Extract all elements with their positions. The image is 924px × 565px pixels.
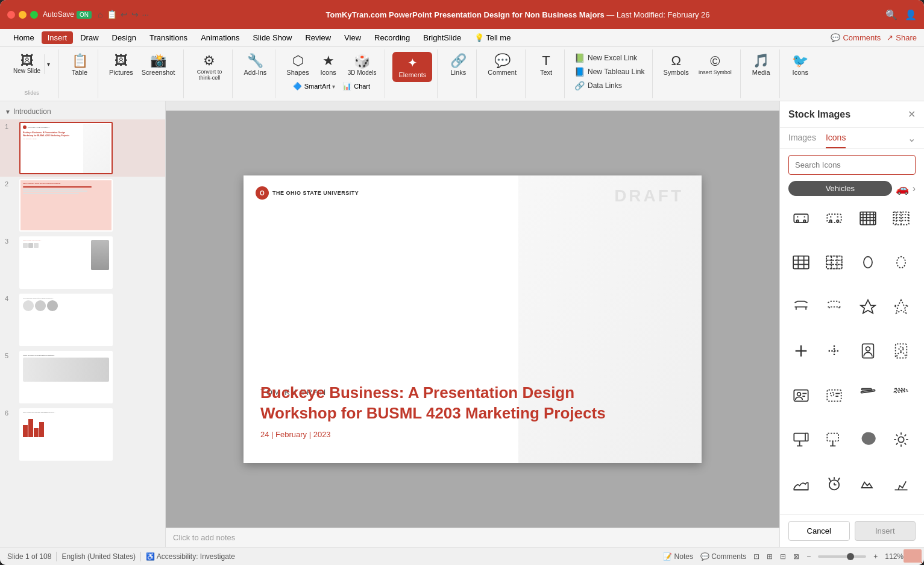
- view-presenter-icon[interactable]: ⊠: [793, 552, 799, 561]
- category-next-arrow[interactable]: ›: [913, 183, 916, 194]
- menu-draw[interactable]: Draw: [74, 31, 104, 44]
- autosave-control[interactable]: AutoSave ON: [43, 10, 92, 19]
- icon-cell-26[interactable]: [819, 469, 849, 499]
- icon-cell-19[interactable]: [853, 380, 883, 411]
- slide-thumb-1[interactable]: 1 The Ohio State University Buckeye Busi…: [0, 119, 165, 177]
- icon-cell-2[interactable]: [819, 203, 849, 233]
- more-icon[interactable]: ···: [141, 8, 151, 21]
- icon-cell-7[interactable]: [853, 247, 883, 277]
- maximize-button[interactable]: [30, 11, 38, 19]
- menu-design[interactable]: Design: [106, 31, 142, 44]
- new-excel-link-button[interactable]: 📗 New Excel Link: [572, 52, 647, 64]
- chart-button[interactable]: 📊Chart: [340, 81, 372, 92]
- search-icons-input[interactable]: [788, 155, 916, 175]
- convert-button[interactable]: ⚙ Convert to think-cell: [191, 52, 227, 83]
- icon-cell-14[interactable]: [819, 336, 849, 366]
- icon-cell-20[interactable]: [886, 380, 916, 411]
- icon-cell-21[interactable]: [786, 425, 816, 455]
- view-slide-sorter-icon[interactable]: ⊞: [767, 552, 773, 561]
- comments-status-button[interactable]: 💬 Comments: [700, 552, 746, 561]
- icon-cell-1[interactable]: [786, 203, 816, 233]
- menu-view[interactable]: View: [338, 31, 367, 44]
- icon-cell-15[interactable]: [853, 336, 883, 366]
- new-slide-button[interactable]: 🖼 New Slide ▾: [10, 52, 54, 77]
- icons-button[interactable]: ★ Icons: [315, 52, 342, 78]
- pictures-button[interactable]: 🖼 Pictures: [105, 52, 137, 78]
- shapes-button[interactable]: ⬡ Shapes: [283, 52, 312, 78]
- tab-icons[interactable]: Icons: [826, 133, 846, 148]
- zoom-slider[interactable]: [818, 555, 866, 558]
- share-button[interactable]: ↗Share: [887, 33, 917, 42]
- stock-panel-close-button[interactable]: ✕: [908, 109, 916, 120]
- icon-cell-23[interactable]: [853, 425, 883, 455]
- icon-cell-13[interactable]: [786, 336, 816, 366]
- undo-icon[interactable]: ↩: [119, 8, 129, 21]
- zoom-out-icon[interactable]: −: [806, 552, 811, 561]
- close-button[interactable]: [7, 11, 15, 19]
- insert-symbol-button[interactable]: © Insert Symbol: [695, 52, 735, 78]
- addins-button[interactable]: 🔧 Add-Ins: [240, 52, 270, 78]
- menu-review[interactable]: Review: [299, 31, 337, 44]
- icons-insert-button[interactable]: 🐦 Icons: [787, 52, 814, 78]
- 3d-models-button[interactable]: 🎲 3D Models: [344, 52, 380, 78]
- comments-button[interactable]: 💬Comments: [831, 33, 881, 42]
- symbols-button[interactable]: Ω Symbols: [660, 52, 693, 78]
- icon-cell-4[interactable]: [886, 203, 916, 233]
- icon-cell-5[interactable]: [786, 247, 816, 277]
- icon-cell-24[interactable]: [886, 425, 916, 455]
- text-button[interactable]: T Text: [533, 52, 559, 78]
- view-reading-icon[interactable]: ⊟: [780, 552, 786, 561]
- search-icon[interactable]: 🔍: [885, 9, 897, 21]
- icon-cell-10[interactable]: [819, 292, 849, 322]
- share-profile-icon[interactable]: 👤: [905, 9, 917, 21]
- slide-thumb-5[interactable]: 5 It's not for people in more traditiona…: [0, 349, 165, 406]
- media-button[interactable]: 🎵 Media: [748, 52, 775, 78]
- minimize-button[interactable]: [19, 11, 27, 19]
- notes-status-button[interactable]: 📝 Notes: [663, 552, 693, 561]
- new-tableau-link-button[interactable]: 📘 New Tableau Link: [572, 66, 647, 78]
- zoom-in-icon[interactable]: +: [873, 552, 878, 561]
- icon-cell-6[interactable]: [819, 247, 849, 277]
- cancel-button[interactable]: Cancel: [788, 521, 850, 541]
- icon-cell-11[interactable]: [853, 292, 883, 322]
- comment-button[interactable]: 💬 Comment: [484, 52, 520, 78]
- elements-button[interactable]: ✦ Elements: [392, 52, 432, 82]
- menu-transitions[interactable]: Transitions: [143, 31, 193, 44]
- canvas-wrapper[interactable]: O THE OHIO STATE UNIVERSITY DRAFT TOM KY…: [166, 111, 779, 528]
- category-vehicles-button[interactable]: Vehicles: [788, 181, 892, 196]
- menu-slideshow[interactable]: Slide Show: [247, 31, 298, 44]
- insert-button[interactable]: Insert: [855, 521, 916, 541]
- menu-recording[interactable]: Recording: [368, 31, 416, 44]
- icon-cell-16[interactable]: [886, 336, 916, 366]
- redo-icon[interactable]: ↪: [130, 8, 140, 21]
- slide-thumb-4[interactable]: 4 This business presentation design work…: [0, 291, 165, 349]
- menu-home[interactable]: Home: [7, 31, 40, 44]
- stock-panel-expand-icon[interactable]: ⌄: [908, 133, 916, 148]
- home-icon[interactable]: ⌂: [96, 8, 104, 21]
- icon-cell-27[interactable]: [853, 469, 883, 499]
- view-normal-icon[interactable]: ⊡: [753, 552, 759, 561]
- icon-cell-22[interactable]: [819, 425, 849, 455]
- smartart-button[interactable]: 🔷SmartArt ▾: [291, 81, 338, 92]
- icon-cell-18[interactable]: [819, 380, 849, 411]
- accessibility-status[interactable]: ♿ Accessibility: Investigate: [146, 552, 235, 561]
- menu-brightslide[interactable]: BrightSlide: [417, 31, 467, 44]
- menu-insert[interactable]: Insert: [42, 31, 74, 44]
- icon-cell-25[interactable]: [786, 469, 816, 499]
- menu-animations[interactable]: Animations: [195, 31, 245, 44]
- notes-bar[interactable]: Click to add notes: [166, 528, 779, 547]
- table-button[interactable]: 📋 Table: [66, 52, 93, 78]
- tab-images[interactable]: Images: [788, 133, 816, 148]
- links-button[interactable]: 🔗 Links: [445, 52, 471, 78]
- icon-cell-28[interactable]: [886, 469, 916, 499]
- slide-thumb-2[interactable]: 2 Here's how we'll spend the next 90 min…: [0, 177, 165, 234]
- save-icon[interactable]: 📋: [105, 8, 118, 21]
- data-links-button[interactable]: 🔗 Data Links: [572, 80, 647, 92]
- section-header-intro[interactable]: ▼ Introduction: [5, 105, 160, 118]
- icon-cell-3[interactable]: [853, 203, 883, 233]
- zoom-level[interactable]: 112%: [885, 552, 904, 561]
- icon-cell-8[interactable]: [886, 247, 916, 277]
- slide-thumb-3[interactable]: 3 Nice to meet you! I'm Tom...: [0, 234, 165, 291]
- screenshot-button[interactable]: 📸 Screenshot: [138, 52, 179, 78]
- icon-cell-17[interactable]: [786, 380, 816, 411]
